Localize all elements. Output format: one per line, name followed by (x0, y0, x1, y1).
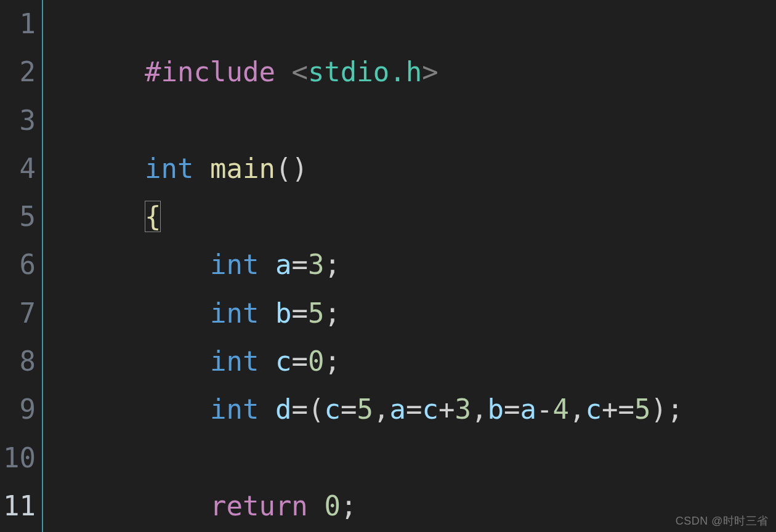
variable: a (275, 249, 292, 280)
variable: d (275, 393, 292, 425)
code-line[interactable]: return 0; (43, 434, 776, 482)
brace-open: { (145, 201, 161, 232)
angle-close: > (422, 56, 439, 87)
indent (145, 393, 210, 425)
space (259, 345, 275, 377)
keyword-int: int (145, 153, 193, 184)
space (193, 153, 210, 184)
plus-equals: += (602, 393, 634, 425)
equals: = (291, 345, 308, 377)
comma: , (569, 393, 586, 425)
watermark-text: CSDN @时时三省 (676, 514, 769, 528)
equals: = (291, 249, 308, 280)
variable: c (422, 393, 439, 425)
line-number: 4 (0, 145, 42, 193)
paren-close: ) (650, 393, 667, 425)
variable: c (585, 393, 602, 425)
keyword-return: return (210, 490, 308, 522)
variable: c (275, 345, 292, 377)
semicolon: ; (324, 249, 341, 280)
equals: = (504, 393, 520, 425)
line-number-gutter: 1 2 3 4 5 6 7 8 9 10 11 (0, 0, 43, 532)
keyword-int: int (210, 249, 259, 280)
variable: b (487, 393, 504, 425)
equals: = (291, 393, 308, 425)
line-number: 5 (0, 193, 42, 241)
equals: = (406, 393, 422, 425)
parentheses: () (275, 153, 308, 184)
preprocessor-directive: #include (145, 56, 275, 87)
space (259, 249, 275, 280)
number: 5 (308, 297, 325, 329)
number: 4 (552, 393, 569, 425)
semicolon: ; (324, 345, 341, 377)
space (308, 490, 325, 522)
space (259, 297, 275, 329)
space (275, 56, 292, 87)
code-editor[interactable]: 1 2 3 4 5 6 7 8 9 10 11 #include <stdio.… (0, 0, 776, 532)
code-line[interactable]: #include <stdio.h> (43, 0, 776, 48)
function-name: main (210, 153, 275, 184)
code-line[interactable]: int main() (43, 97, 776, 145)
comma: , (373, 393, 390, 425)
angle-open: < (291, 56, 308, 87)
semicolon: ; (341, 490, 357, 522)
line-number: 3 (0, 97, 42, 145)
semicolon: ; (667, 393, 684, 425)
line-number: 9 (0, 385, 42, 433)
comma: , (471, 393, 488, 425)
indent (145, 249, 210, 280)
code-area[interactable]: #include <stdio.h> int main() { int a=3;… (43, 0, 776, 532)
plus: + (439, 393, 455, 425)
keyword-int: int (210, 297, 259, 329)
equals: = (341, 393, 357, 425)
line-number: 11 (0, 482, 42, 530)
number: 3 (455, 393, 471, 425)
variable: c (324, 393, 341, 425)
line-number: 7 (0, 289, 42, 337)
minus: - (536, 393, 553, 425)
line-number: 2 (0, 48, 42, 96)
semicolon: ; (324, 297, 341, 329)
keyword-int: int (210, 345, 259, 377)
keyword-int: int (210, 393, 259, 425)
variable: a (389, 393, 406, 425)
number: 3 (308, 249, 325, 280)
line-number: 10 (0, 434, 42, 482)
indent (145, 297, 210, 329)
number: 5 (357, 393, 373, 425)
line-number: 6 (0, 241, 42, 289)
variable: a (520, 393, 536, 425)
line-number: 8 (0, 337, 42, 385)
number: 0 (324, 490, 341, 522)
number: 0 (308, 345, 325, 377)
space (259, 393, 275, 425)
indent (145, 490, 210, 522)
line-number: 1 (0, 0, 42, 48)
paren-open: ( (308, 393, 325, 425)
number: 5 (634, 393, 651, 425)
variable: b (275, 297, 292, 329)
indent (145, 345, 210, 377)
equals: = (291, 297, 308, 329)
header-name: stdio.h (308, 56, 422, 87)
